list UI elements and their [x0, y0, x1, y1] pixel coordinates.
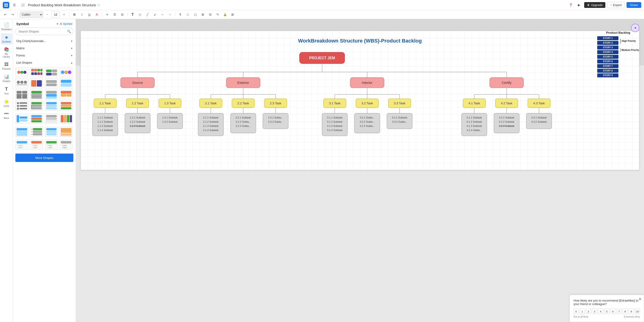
- group-button[interactable]: ⊞: [200, 11, 206, 18]
- align-center-button[interactable]: ☰: [112, 11, 118, 18]
- edit-shape-button[interactable]: ✎: [214, 11, 221, 18]
- decrease-font-button[interactable]: −: [44, 11, 50, 18]
- ai-symbol-button[interactable]: ✦ AI Symbol: [56, 22, 72, 25]
- ai-star-icon: ✦: [56, 22, 59, 25]
- shape-thumb-24[interactable]: [60, 127, 72, 137]
- sidebar-item-templates[interactable]: 📄 Templates: [1, 21, 12, 32]
- vertical-align-button[interactable]: ⊟: [119, 11, 126, 18]
- font-family-select[interactable]: Calibri: [20, 12, 43, 18]
- scale-btn-6[interactable]: 6: [610, 309, 615, 314]
- product-backlog-legend: Product Backlog STORY 1 STORY 2 STORY 3 …: [597, 31, 639, 78]
- shape-thumb-4[interactable]: [60, 67, 72, 77]
- canvas-area[interactable]: ✦ WorkBreakdown Structure (WBS)-Product …: [76, 19, 644, 322]
- upgrade-button[interactable]: ♛ Upgrade: [584, 2, 605, 8]
- shape-thumb-12[interactable]: [60, 89, 72, 100]
- lock-button[interactable]: 🔒: [222, 11, 228, 18]
- export-button[interactable]: ↑ Export: [607, 2, 625, 8]
- sidebar-item-symbols[interactable]: ◈ Symbols: [1, 33, 12, 45]
- connector-button[interactable]: ↙: [152, 11, 158, 18]
- underline-button[interactable]: U: [86, 11, 93, 18]
- sidebar-item-more[interactable]: ••• More: [1, 110, 12, 121]
- shape-thumb-20[interactable]: [60, 114, 72, 124]
- arrow-button[interactable]: →: [167, 11, 173, 18]
- increase-font-button[interactable]: +: [61, 11, 67, 18]
- shadow-button[interactable]: □: [184, 11, 191, 18]
- scale-btn-10[interactable]: 10: [635, 309, 640, 314]
- shape-thumb-22[interactable]: [30, 127, 43, 137]
- canvas-page[interactable]: WorkBreakdown Structure (WBS)-Product Ba…: [80, 31, 639, 170]
- font-size-input[interactable]: [52, 12, 60, 18]
- bold-button[interactable]: B: [71, 11, 78, 18]
- table-button[interactable]: ⊞: [229, 11, 236, 18]
- scale-btn-1[interactable]: 1: [580, 309, 585, 314]
- share-button[interactable]: Share: [626, 2, 641, 8]
- ai-fab-button[interactable]: ✦: [631, 24, 639, 32]
- sidebar-item-text[interactable]: T Text: [1, 85, 12, 97]
- menu-icon[interactable]: ☰: [11, 2, 18, 8]
- svg-text:1.3.2 Subtask: 1.3.2 Subtask: [162, 120, 178, 123]
- scale-btn-0[interactable]: 0: [574, 309, 578, 314]
- shape-thumb-14[interactable]: [30, 101, 43, 111]
- arrange-button[interactable]: ⊟: [207, 11, 214, 18]
- scale-btn-8[interactable]: 8: [622, 309, 628, 314]
- shape-fill-button[interactable]: ◇: [137, 11, 143, 18]
- scale-btn-4[interactable]: 4: [598, 309, 603, 314]
- line-type-button[interactable]: ─: [159, 11, 166, 18]
- category-forms[interactable]: Forms ▾: [13, 52, 76, 59]
- shape-button[interactable]: ◻: [192, 11, 198, 18]
- tab-icon[interactable]: ⬜: [20, 2, 26, 8]
- shape-thumb-15[interactable]: [45, 101, 58, 111]
- play-icon[interactable]: ▶: [576, 2, 582, 8]
- more-shapes-button[interactable]: More Shapes: [15, 154, 73, 162]
- italic-button[interactable]: I: [79, 11, 85, 18]
- svg-text:1.2.1 Subtask: 1.2.1 Subtask: [130, 116, 146, 119]
- shape-thumb-1[interactable]: [15, 67, 28, 77]
- align-left-button[interactable]: ≡: [104, 11, 110, 18]
- undo-button[interactable]: ↩: [2, 11, 8, 18]
- sidebar-item-icons[interactable]: ⭐ Icons: [1, 98, 12, 109]
- scale-btn-5[interactable]: 5: [604, 309, 609, 314]
- document-title: Product Backlog Work Breakdown Structure…: [28, 3, 100, 7]
- scale-btn-2[interactable]: 2: [586, 309, 591, 314]
- sidebar-item-pictures[interactable]: 🖼 Pictures: [1, 61, 12, 72]
- redo-button[interactable]: ↪: [9, 11, 16, 18]
- scale-btn-7[interactable]: 7: [616, 309, 622, 314]
- shape-thumb-10[interactable]: [30, 89, 43, 100]
- svg-text:4.2.1 Subtask: 4.2.1 Subtask: [499, 116, 514, 119]
- app-icon[interactable]: [3, 2, 9, 8]
- shape-thumb-25[interactable]: • item • item: [15, 140, 28, 150]
- shape-thumb-28[interactable]: • item • item: [60, 140, 72, 150]
- shape-thumb-18[interactable]: [30, 114, 43, 124]
- scale-btn-3[interactable]: 3: [592, 309, 597, 314]
- sidebar-item-graphs[interactable]: 📊 Graphs: [1, 73, 12, 84]
- shape-thumb-8[interactable]: [60, 78, 72, 89]
- search-input[interactable]: [15, 28, 73, 35]
- shape-thumb-5[interactable]: [15, 78, 28, 89]
- shape-thumb-16[interactable]: [60, 101, 72, 111]
- category-org-chart[interactable]: Org Chart(Automate... ▾: [13, 37, 76, 45]
- scale-btn-9[interactable]: 9: [629, 309, 634, 314]
- survey-close-button[interactable]: ✕: [638, 297, 642, 301]
- shape-thumb-17[interactable]: [15, 114, 28, 124]
- star-icon[interactable]: ☆: [97, 3, 100, 7]
- shape-thumb-9[interactable]: [15, 89, 28, 100]
- shape-thumb-26[interactable]: • item • item: [30, 140, 43, 150]
- shape-thumb-6[interactable]: [30, 78, 43, 89]
- line-style-button[interactable]: ╱: [144, 11, 151, 18]
- font-color-button[interactable]: A: [94, 11, 100, 18]
- shape-thumb-21[interactable]: [15, 127, 28, 137]
- shape-thumb-7[interactable]: [45, 78, 58, 89]
- shape-thumb-3[interactable]: [45, 67, 58, 77]
- shape-thumb-19[interactable]: [45, 114, 58, 124]
- sidebar-item-library[interactable]: 📚 My Library: [1, 45, 12, 60]
- shape-thumb-27[interactable]: • item • item: [45, 140, 58, 150]
- shape-thumb-13[interactable]: [15, 101, 28, 111]
- shape-thumb-11[interactable]: [45, 89, 58, 100]
- help-icon[interactable]: ❓: [568, 2, 574, 8]
- category-matrix[interactable]: Matrix ▾: [13, 45, 76, 52]
- paragraph-button[interactable]: ¶: [177, 11, 184, 18]
- text-style-button[interactable]: T: [130, 11, 136, 18]
- category-list-shapes[interactable]: List Shapes ▴: [13, 59, 76, 66]
- shape-thumb-2[interactable]: [30, 67, 43, 77]
- shape-thumb-23[interactable]: [45, 127, 58, 137]
